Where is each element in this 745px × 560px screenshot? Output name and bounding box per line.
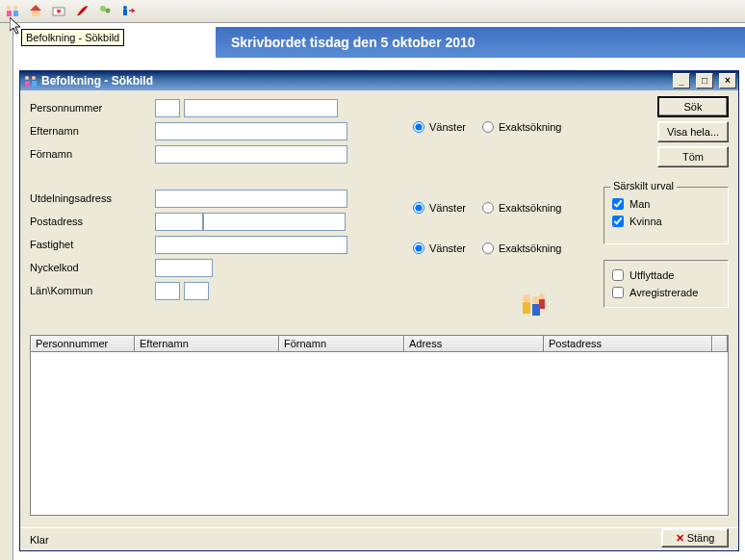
maximize-button[interactable]: □ xyxy=(696,73,713,89)
fornamn-input[interactable] xyxy=(155,145,347,164)
label-personnummer: Personnummer xyxy=(30,102,155,114)
name-search-exact: Exaktsökning xyxy=(482,121,561,133)
svg-point-2 xyxy=(7,6,11,10)
close-window-button[interactable]: × xyxy=(719,73,736,89)
toolbar-house-icon[interactable] xyxy=(25,1,46,20)
col-efternamn[interactable]: Efternamn xyxy=(135,336,279,351)
svg-point-7 xyxy=(100,6,106,12)
radio-addr-vanster[interactable]: Vänster xyxy=(413,202,466,214)
label-fastighet: Fastighet xyxy=(30,239,155,250)
addr-search-exact: Exaktsökning xyxy=(482,202,561,214)
efternamn-input[interactable] xyxy=(155,122,347,140)
checkbox-avregistrerade[interactable]: Avregistrerade xyxy=(604,284,728,301)
svg-rect-5 xyxy=(32,11,39,16)
label-postadress: Postadress xyxy=(30,216,155,227)
svg-rect-16 xyxy=(523,302,530,314)
main-toolbar xyxy=(0,0,745,23)
personnummer-input[interactable] xyxy=(184,99,338,117)
checkbox-utflyttade[interactable]: Utflyttade xyxy=(604,267,728,284)
label-nyckelkod: Nyckelkod xyxy=(30,262,155,273)
window-content: Personnummer Efternamn Förnamn Utdelning… xyxy=(20,90,738,550)
label-efternamn: Efternamn xyxy=(30,125,155,137)
radio-name-exakt[interactable]: Exaktsökning xyxy=(482,121,561,133)
table-header: Personnummer Efternamn Förnamn Adress Po… xyxy=(30,335,729,352)
svg-rect-10 xyxy=(123,10,127,15)
utdelningsadress-input[interactable] xyxy=(155,190,347,208)
svg-point-9 xyxy=(123,6,127,10)
toolbar-users-icon[interactable] xyxy=(94,1,116,20)
svg-point-15 xyxy=(523,294,530,302)
svg-point-17 xyxy=(532,296,540,304)
svg-point-14 xyxy=(32,76,36,80)
postnr-input[interactable] xyxy=(155,213,203,231)
window-titlebar[interactable]: Befolkning - Sökbild _ □ × xyxy=(20,71,738,90)
label-fornamn: Förnamn xyxy=(30,148,155,160)
col-postadress[interactable]: Postadress xyxy=(544,336,712,351)
table-body[interactable] xyxy=(30,352,729,516)
svg-point-13 xyxy=(25,76,29,80)
personnummer-prefix-input[interactable] xyxy=(155,99,180,117)
svg-rect-12 xyxy=(32,81,37,87)
fastighet-search-exact: Exaktsökning xyxy=(482,242,561,254)
svg-point-3 xyxy=(13,6,17,10)
toolbar-people-icon[interactable] xyxy=(2,1,23,20)
status-text: Klar xyxy=(30,534,49,546)
left-margin xyxy=(0,23,13,560)
sarskilt-legend: Särskilt urval xyxy=(610,180,677,191)
fastighet-search-mode: Vänster xyxy=(413,242,466,254)
name-search-mode: Vänster xyxy=(413,121,466,133)
toolbar-feather-icon[interactable] xyxy=(71,1,92,20)
svg-rect-11 xyxy=(25,81,30,87)
svg-rect-1 xyxy=(13,11,18,16)
window-icon xyxy=(24,74,38,88)
action-buttons: Sök Visa hela... Töm xyxy=(657,96,729,167)
radio-name-vanster[interactable]: Vänster xyxy=(413,121,466,133)
svg-point-19 xyxy=(539,293,545,299)
minimize-button[interactable]: _ xyxy=(673,73,690,89)
toolbar-heart-letter-icon[interactable] xyxy=(48,1,69,20)
svg-point-8 xyxy=(106,9,111,13)
col-personnummer[interactable]: Personnummer xyxy=(31,336,135,351)
label-lankommun: Län\Kommun xyxy=(30,285,155,296)
svg-rect-20 xyxy=(539,299,545,309)
tom-button[interactable]: Töm xyxy=(657,146,729,167)
radio-addr-exakt[interactable]: Exaktsökning xyxy=(482,202,561,214)
svg-marker-4 xyxy=(30,5,41,11)
checkbox-man[interactable]: Man xyxy=(604,195,728,213)
radio-fastighet-exakt[interactable]: Exaktsökning xyxy=(482,242,561,254)
svg-rect-18 xyxy=(532,304,540,316)
results-table: Personnummer Efternamn Förnamn Adress Po… xyxy=(30,335,729,518)
col-fornamn[interactable]: Förnamn xyxy=(279,336,404,351)
radio-fastighet-vanster[interactable]: Vänster xyxy=(413,242,466,254)
svg-rect-0 xyxy=(7,11,12,16)
toolbar-person-arrow-icon[interactable] xyxy=(117,1,139,20)
checkbox-kvinna[interactable]: Kvinna xyxy=(604,213,728,230)
stang-button[interactable]: ✕ Stäng xyxy=(661,528,729,547)
col-scroll-spacer xyxy=(712,336,728,351)
desktop-banner: Skrivbordet tisdag den 5 oktober 2010 xyxy=(216,27,745,58)
sarskilt-urval-group: Särskilt urval Man Kvinna xyxy=(604,187,729,244)
label-utdelningsadress: Utdelningsadress xyxy=(30,192,155,204)
toolbar-tooltip: Befolkning - Sökbild xyxy=(21,29,124,46)
postadress-input[interactable] xyxy=(203,213,346,231)
search-window: Befolkning - Sökbild _ □ × Personnummer … xyxy=(19,70,739,551)
window-title: Befolkning - Sökbild xyxy=(41,74,153,88)
visa-hela-button[interactable]: Visa hela... xyxy=(657,121,729,142)
col-adress[interactable]: Adress xyxy=(404,336,544,351)
fastighet-input[interactable] xyxy=(155,236,347,254)
status-bar: Klar xyxy=(20,527,738,550)
nyckelkod-input[interactable] xyxy=(155,259,213,277)
addr-search-mode: Vänster xyxy=(413,202,466,214)
people-graphic-icon xyxy=(517,289,548,319)
kommun-input[interactable] xyxy=(184,282,209,300)
sok-button[interactable]: Sök xyxy=(657,96,729,117)
lan-input[interactable] xyxy=(155,282,180,300)
extra-filter-group: Utflyttade Avregistrerade xyxy=(604,260,729,308)
